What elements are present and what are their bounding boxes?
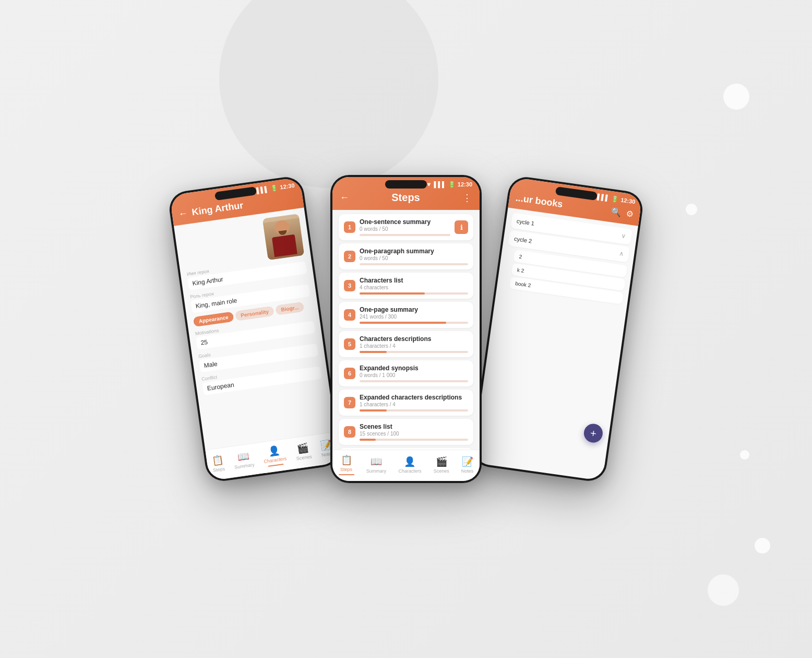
step-item-4[interactable]: 4 One-page summary 241 words / 300 bbox=[339, 302, 473, 328]
step-num-4: 4 bbox=[344, 309, 355, 321]
king-body bbox=[272, 234, 297, 257]
signal-icon-right: ▌▌▌ bbox=[597, 193, 610, 201]
phone-left-screen: ▼ ▌▌▌ 🔋 12:30 ← King Arthur bbox=[170, 177, 340, 481]
more-options-center[interactable]: ⋮ bbox=[462, 192, 472, 204]
steps-header-row: ← Steps ⋮ bbox=[340, 192, 472, 204]
step-num-2: 2 bbox=[344, 251, 355, 262]
book-cycle1-label: cycle 1 bbox=[516, 218, 535, 227]
step-content-5: Characters descriptions 1 characters / 4 bbox=[360, 335, 468, 353]
step-name-5: Characters descriptions bbox=[360, 335, 468, 343]
settings-icon-right[interactable]: ⚙ bbox=[626, 208, 635, 219]
step-item-6[interactable]: 6 Expanded synopsis 0 words / 1 000 bbox=[339, 360, 473, 386]
nav-summary-label-left: Summary bbox=[234, 462, 255, 469]
char-avatar bbox=[262, 214, 304, 260]
step-progress-bar-2 bbox=[360, 263, 468, 265]
step-name-7: Expanded characters descriptions bbox=[360, 394, 468, 401]
bottom-nav-center: 📋 Steps 📖 Summary 👤 Characters 🎬 Scenes bbox=[332, 450, 480, 481]
nav-scenes-label-center: Scenes bbox=[434, 468, 449, 474]
step-info-btn-1[interactable]: ℹ bbox=[455, 220, 468, 234]
summary-icon-center: 📖 bbox=[371, 456, 382, 467]
step-progress-fill-7 bbox=[360, 409, 387, 412]
step-content-3: Characters list 4 characters bbox=[360, 277, 468, 295]
nav-indicator-left bbox=[268, 463, 284, 466]
step-num-1: 1 bbox=[344, 221, 355, 233]
step-num-8: 8 bbox=[344, 426, 355, 438]
step-item-5[interactable]: 5 Characters descriptions 1 characters /… bbox=[339, 331, 473, 357]
step-progress-bar-5 bbox=[360, 351, 468, 353]
step-content-8: Scenes list 15 scences / 100 bbox=[360, 423, 468, 441]
nav-notes-center[interactable]: 📝 Notes bbox=[461, 456, 474, 474]
back-arrow-left[interactable]: ← bbox=[178, 208, 189, 220]
phone-center-screen: ▼ ▌▌▌ 🔋 12:30 ← Steps ⋮ 1 bbox=[332, 177, 480, 481]
battery-icon-right: 🔋 bbox=[611, 195, 619, 203]
book-cycle2-label: cycle 2 bbox=[514, 236, 532, 244]
step-meta-4: 241 words / 300 bbox=[360, 314, 468, 320]
step-meta-5: 1 characters / 4 bbox=[360, 343, 468, 349]
step-item-2[interactable]: 2 One-paragraph summary 0 words / 50 bbox=[339, 243, 473, 269]
chars-icon-left: 👤 bbox=[267, 444, 280, 457]
bg-decoration-4 bbox=[740, 450, 749, 460]
nav-steps-left[interactable]: 📋 Steps bbox=[211, 453, 225, 473]
nav-summary-left[interactable]: 📖 Summary bbox=[232, 449, 255, 469]
step-num-5: 5 bbox=[344, 338, 355, 350]
phones-wrapper: ▼ ▌▌▌ 🔋 12:30 ← King Arthur bbox=[171, 55, 641, 603]
avatar-figure bbox=[263, 218, 304, 260]
step-progress-bar-4 bbox=[360, 322, 468, 324]
summary-icon-left: 📖 bbox=[236, 450, 249, 463]
tab-biography[interactable]: Biogr... bbox=[275, 302, 304, 315]
steps-icon-left: 📋 bbox=[211, 453, 224, 466]
step-meta-2: 0 words / 50 bbox=[360, 255, 468, 261]
tab-personality[interactable]: Personality bbox=[235, 306, 274, 321]
battery-icon-center: 🔋 bbox=[448, 181, 456, 188]
step-meta-8: 15 scences / 100 bbox=[360, 431, 468, 437]
steps-title: Steps bbox=[391, 192, 420, 204]
step-meta-1: 0 words / 50 bbox=[360, 226, 450, 232]
steps-list: 1 One-sentence summary 0 words / 50 ℹ 2 … bbox=[332, 210, 480, 467]
nav-chars-label-left: Characters bbox=[264, 455, 287, 464]
battery-icon: 🔋 bbox=[270, 184, 279, 192]
expand-icon-cycle2[interactable]: ∧ bbox=[618, 250, 624, 257]
step-meta-7: 1 characters / 4 bbox=[360, 402, 468, 407]
nav-scenes-label-left: Scenes bbox=[296, 454, 312, 461]
nav-summary-center[interactable]: 📖 Summary bbox=[366, 456, 387, 474]
step-name-1: One-sentence summary bbox=[360, 218, 450, 226]
steps-icon-center: 📋 bbox=[341, 454, 352, 466]
nav-steps-center[interactable]: 📋 Steps bbox=[339, 454, 354, 475]
step-num-7: 7 bbox=[344, 397, 355, 408]
step-progress-fill-4 bbox=[360, 322, 446, 324]
scenes-icon-center: 🎬 bbox=[436, 456, 447, 467]
step-name-2: One-paragraph summary bbox=[360, 248, 468, 255]
nav-characters-center[interactable]: 👤 Characters bbox=[398, 456, 421, 474]
signal-icon: ▌▌▌ bbox=[256, 186, 269, 194]
step-progress-bar-7 bbox=[360, 409, 468, 412]
fab-add-button[interactable]: + bbox=[583, 422, 604, 444]
bg-decoration-6 bbox=[708, 574, 739, 606]
nav-notes-label-center: Notes bbox=[461, 468, 474, 474]
back-arrow-center[interactable]: ← bbox=[340, 192, 349, 203]
step-content-2: One-paragraph summary 0 words / 50 bbox=[360, 248, 468, 265]
step-num-6: 6 bbox=[344, 368, 355, 379]
search-icon-right[interactable]: 🔍 bbox=[610, 206, 622, 218]
nav-characters-left[interactable]: 👤 Characters bbox=[261, 443, 287, 467]
step-name-6: Expanded synopsis bbox=[360, 365, 468, 372]
step-item-1[interactable]: 1 One-sentence summary 0 words / 50 ℹ bbox=[339, 214, 473, 240]
nav-scenes-left[interactable]: 🎬 Scenes bbox=[294, 441, 312, 461]
collapse-icon-cycle1[interactable]: ∨ bbox=[621, 232, 627, 240]
nav-scenes-center[interactable]: 🎬 Scenes bbox=[434, 456, 449, 474]
sub-item-label-1: 2 bbox=[519, 253, 522, 260]
step-item-8[interactable]: 8 Scenes list 15 scences / 100 bbox=[339, 419, 473, 445]
status-icons-center: ▼ ▌▌▌ 🔋 12:30 bbox=[426, 181, 472, 188]
phone-right-screen: ▼ ▌▌▌ 🔋 12:30 ...ur books 🔍 ⚙ cycle 1 ∨ bbox=[472, 177, 642, 481]
step-progress-fill-3 bbox=[360, 292, 425, 295]
bg-decoration-2 bbox=[723, 84, 749, 110]
nav-indicator-center bbox=[339, 474, 354, 475]
step-item-3[interactable]: 3 Characters list 4 characters bbox=[339, 273, 473, 299]
tab-appearance[interactable]: Appearance bbox=[193, 311, 234, 327]
step-item-7[interactable]: 7 Expanded characters descriptions 1 cha… bbox=[339, 390, 473, 416]
step-content-1: One-sentence summary 0 words / 50 bbox=[360, 218, 450, 236]
step-progress-bar-6 bbox=[360, 380, 468, 382]
phone-center: ▼ ▌▌▌ 🔋 12:30 ← Steps ⋮ 1 bbox=[330, 175, 482, 483]
king-head bbox=[274, 219, 291, 236]
sub-item-label-3: book 2 bbox=[515, 280, 531, 288]
phone-center-notch bbox=[385, 180, 427, 189]
